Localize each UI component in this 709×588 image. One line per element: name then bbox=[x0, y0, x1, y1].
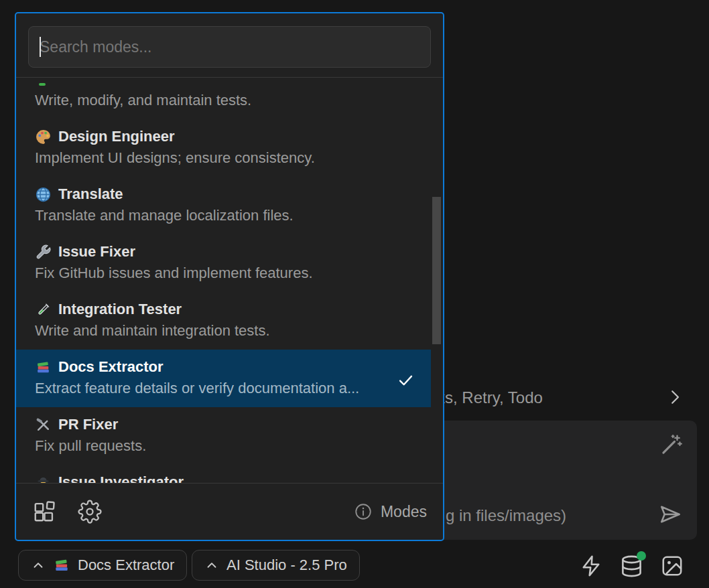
chevron-up-icon bbox=[204, 558, 219, 573]
search-input[interactable] bbox=[28, 26, 431, 68]
mode-description: Extract feature details or verify docume… bbox=[35, 379, 412, 398]
mode-title: Integration Tester bbox=[58, 300, 182, 319]
mode-item-docs-extractor[interactable]: Docs Extractor Extract feature details o… bbox=[16, 350, 431, 407]
mode-item-issue-investigator[interactable]: Issue Investigator bbox=[16, 465, 431, 483]
hammer-wrench-icon bbox=[35, 417, 52, 433]
clipped-emoji-sliver bbox=[39, 83, 46, 86]
mode-picker-footer: Modes bbox=[16, 484, 443, 540]
mode-title: Design Engineer bbox=[58, 127, 175, 146]
mode-title: Issue Investigator bbox=[58, 473, 184, 483]
image-attach-icon[interactable] bbox=[660, 554, 684, 578]
scrollbar-thumb[interactable] bbox=[432, 197, 441, 344]
palette-icon bbox=[35, 129, 52, 145]
modes-footer-label: Modes bbox=[381, 503, 427, 521]
mode-description: Implement UI designs; ensure consistency… bbox=[35, 149, 412, 167]
gear-icon[interactable] bbox=[78, 500, 102, 524]
mode-selector-label: Docs Extractor bbox=[78, 557, 174, 574]
model-selector-button[interactable]: AI Studio - 2.5 Pro bbox=[192, 550, 360, 581]
test-tube-icon bbox=[35, 301, 52, 318]
search-area bbox=[16, 13, 443, 77]
wrench-icon bbox=[35, 244, 52, 261]
mode-description: Write, modify, and maintain tests. bbox=[35, 91, 412, 110]
mode-list: Write, modify, and maintain tests. Desig… bbox=[16, 78, 443, 483]
books-icon bbox=[35, 359, 52, 376]
chevron-right-icon[interactable] bbox=[665, 387, 685, 407]
mode-item-integration-tester[interactable]: Integration Tester Write and maintain in… bbox=[16, 292, 431, 350]
mode-item-translate[interactable]: Translate Translate and manage localizat… bbox=[16, 177, 431, 234]
chat-placeholder-fragment[interactable]: g in files/images) bbox=[446, 506, 566, 525]
text-caret bbox=[40, 37, 41, 57]
checkmark-icon bbox=[397, 371, 415, 389]
task-history-row[interactable]: sks, Retry, Todo bbox=[429, 386, 697, 410]
mode-picker-popup: Write, modify, and maintain tests. Desig… bbox=[15, 12, 444, 541]
enhance-prompt-icon[interactable] bbox=[658, 433, 684, 458]
globe-icon bbox=[35, 186, 52, 203]
model-selector-label: AI Studio - 2.5 Pro bbox=[227, 557, 347, 574]
books-icon bbox=[53, 557, 70, 574]
mode-item-clipped[interactable]: Write, modify, and maintain tests. bbox=[16, 78, 431, 119]
send-icon[interactable] bbox=[658, 502, 682, 526]
mode-description: Write and maintain integration tests. bbox=[35, 321, 412, 340]
mode-item-pr-fixer[interactable]: PR Fixer Fix pull requests. bbox=[16, 407, 431, 465]
mode-item-design-engineer[interactable]: Design Engineer Implement UI designs; en… bbox=[16, 119, 431, 177]
mode-title: Translate bbox=[58, 185, 123, 204]
mode-title: Issue Fixer bbox=[58, 242, 135, 261]
app-screen: sks, Retry, Todo g in files/images) bbox=[0, 0, 709, 588]
info-icon[interactable] bbox=[354, 502, 373, 521]
detective-icon bbox=[35, 474, 52, 484]
mode-item-issue-fixer[interactable]: Issue Fixer Fix GitHub issues and implem… bbox=[16, 234, 431, 292]
mode-selector-button[interactable]: Docs Extractor bbox=[18, 550, 187, 581]
green-status-dot bbox=[637, 551, 646, 561]
chevron-up-icon bbox=[31, 558, 46, 573]
history-text-fragment: sks, Retry, Todo bbox=[429, 388, 543, 407]
chat-input-panel[interactable]: g in files/images) bbox=[430, 421, 697, 540]
mode-description: Fix GitHub issues and implement features… bbox=[35, 264, 412, 283]
auto-approve-lightning-icon[interactable] bbox=[579, 554, 603, 578]
mode-title: PR Fixer bbox=[58, 415, 118, 434]
marketplace-icon[interactable] bbox=[32, 499, 58, 524]
mode-title: Docs Extractor bbox=[58, 358, 164, 376]
mode-description: Fix pull requests. bbox=[35, 437, 412, 455]
mode-description: Translate and manage localization files. bbox=[35, 206, 412, 225]
